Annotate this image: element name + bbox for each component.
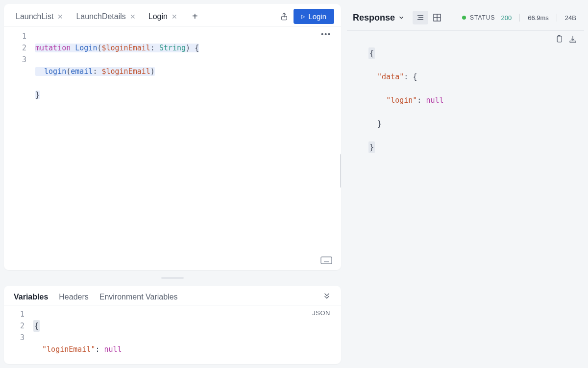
collapse-panel-button[interactable]: [322, 292, 331, 302]
tab-variables[interactable]: Variables: [14, 293, 48, 301]
close-icon[interactable]: ✕: [172, 13, 177, 20]
view-table-button[interactable]: [429, 11, 445, 24]
response-time: 66.9ms: [528, 14, 549, 22]
view-json-button[interactable]: [413, 11, 428, 24]
json-view-icon: [416, 14, 425, 21]
operation-tabbar: LaunchList ✕ LaunchDetails ✕ Login ✕ + ▷…: [4, 4, 341, 26]
operation-code[interactable]: mutation Login($loginEmail: String) { lo…: [35, 30, 341, 270]
response-size: 24B: [565, 14, 576, 22]
tab-env-variables[interactable]: Environment Variables: [99, 293, 178, 301]
run-operation-button[interactable]: ▷ Login: [294, 9, 334, 24]
response-panel: Response STATUS 200 66.9ms 24B { "data":…: [347, 4, 584, 364]
keyboard-shortcuts-button[interactable]: [320, 256, 332, 264]
tab-launchlist[interactable]: LaunchList ✕: [11, 9, 68, 24]
response-header: Response STATUS 200 66.9ms 24B: [347, 8, 584, 31]
variables-panel: Variables Headers Environment Variables …: [4, 286, 341, 364]
tab-headers[interactable]: Headers: [59, 293, 88, 301]
tab-label: LaunchList: [16, 12, 53, 21]
play-icon: ▷: [301, 14, 305, 19]
add-tab-button[interactable]: +: [185, 9, 205, 24]
tab-label: LaunchDetails: [76, 12, 125, 21]
share-button[interactable]: [278, 10, 291, 23]
response-body: { "data": { "login": null } }: [347, 31, 584, 364]
chevron-down-icon: [398, 14, 405, 21]
tab-label: Login: [148, 12, 168, 21]
clipboard-icon: [555, 35, 564, 44]
operation-menu-button[interactable]: •••: [321, 30, 331, 38]
share-icon: [280, 12, 289, 21]
line-gutter: 1 2 3: [4, 30, 35, 270]
svg-rect-1: [321, 257, 332, 264]
format-badge: JSON: [312, 309, 330, 317]
copy-response-button[interactable]: [555, 35, 564, 45]
tab-launchdetails[interactable]: LaunchDetails ✕: [71, 9, 140, 24]
chevron-double-down-icon: [322, 292, 331, 300]
svg-rect-14: [570, 41, 576, 43]
line-gutter: 1 2 3: [4, 308, 33, 364]
download-response-button[interactable]: [568, 35, 577, 45]
response-json[interactable]: { "data": { "login": null } }: [368, 36, 584, 364]
download-icon: [568, 35, 577, 44]
table-view-icon: [433, 14, 441, 22]
response-view-switch: [413, 11, 445, 24]
response-title-dropdown[interactable]: Response: [353, 13, 405, 23]
scrollbar[interactable]: [340, 154, 341, 188]
run-button-label: Login: [308, 12, 326, 21]
status-label: STATUS: [470, 14, 495, 21]
panel-resize-handle[interactable]: [4, 276, 341, 280]
tab-login[interactable]: Login ✕: [144, 9, 182, 24]
keyboard-icon: [320, 256, 332, 264]
close-icon[interactable]: ✕: [57, 13, 63, 20]
operation-editor[interactable]: 1 2 3 mutation Login($loginEmail: String…: [4, 26, 341, 270]
svg-rect-13: [557, 36, 562, 42]
variables-editor[interactable]: 1 2 3 { "loginEmail": null } JSON: [4, 305, 341, 364]
variables-code[interactable]: { "loginEmail": null }: [33, 308, 341, 364]
status-indicator-dot: [462, 16, 466, 20]
operation-editor-panel: LaunchList ✕ LaunchDetails ✕ Login ✕ + ▷…: [4, 4, 341, 270]
status-code: 200: [501, 14, 512, 22]
bottom-tabbar: Variables Headers Environment Variables: [4, 286, 341, 305]
close-icon[interactable]: ✕: [130, 13, 136, 20]
